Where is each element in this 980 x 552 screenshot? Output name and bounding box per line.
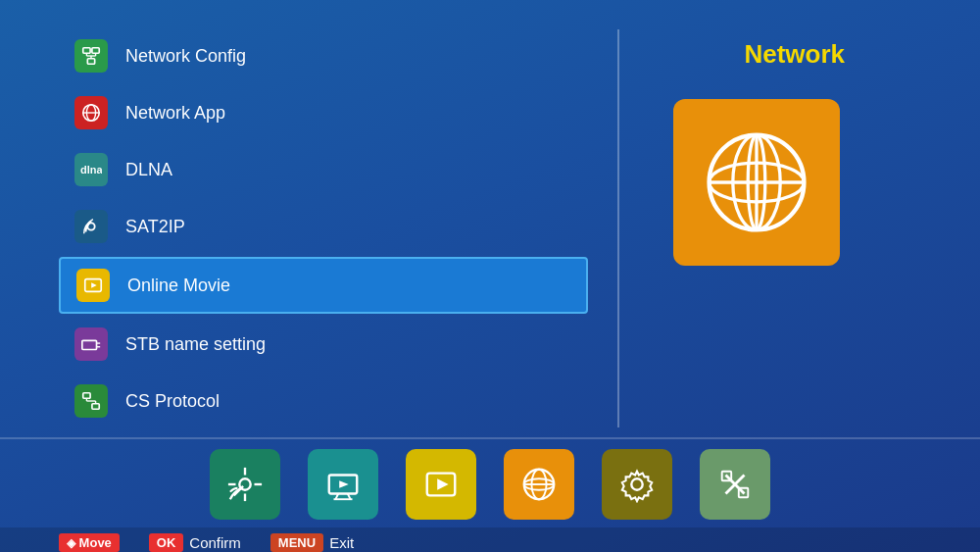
menu-label-online-movie: Online Movie <box>127 276 230 296</box>
exit-label: Exit <box>329 534 354 551</box>
nav-btn-media[interactable] <box>406 449 476 520</box>
nav-btn-tools[interactable] <box>700 449 770 520</box>
menu-section: Network ConfigNetwork AppdlnaDLNASAT2IPO… <box>59 29 588 427</box>
svg-rect-2 <box>87 59 94 65</box>
svg-rect-0 <box>83 48 90 54</box>
svg-marker-37 <box>339 480 349 488</box>
menu-label-network-app: Network App <box>125 103 225 124</box>
online-movie-icon <box>76 269 110 302</box>
right-section: Network <box>649 29 864 427</box>
exit-badge: MENU <box>270 533 323 552</box>
nav-btn-settings[interactable] <box>602 449 672 520</box>
menu-item-stb-name[interactable]: STB name setting <box>59 318 588 371</box>
menu-item-sat2ip[interactable]: SAT2IP <box>59 200 588 253</box>
content-area: Network ConfigNetwork AppdlnaDLNASAT2IPO… <box>0 0 980 437</box>
cs-protocol-icon <box>74 384 108 418</box>
menu-label-stb-name: STB name setting <box>125 334 266 355</box>
status-bar: ◈ Move OK Confirm MENU Exit <box>0 527 980 552</box>
menu-item-cs-protocol[interactable]: CS Protocol <box>59 375 588 427</box>
main-container: Network ConfigNetwork AppdlnaDLNASAT2IPO… <box>0 0 980 552</box>
nav-btn-tv[interactable] <box>308 449 378 520</box>
nav-btn-network-bottom[interactable] <box>504 449 574 520</box>
bottom-nav-icons <box>0 437 980 527</box>
svg-marker-39 <box>437 478 448 489</box>
svg-rect-17 <box>83 393 90 399</box>
menu-label-network-config: Network Config <box>125 46 246 67</box>
exit-status: MENU Exit <box>270 533 354 552</box>
menu-item-network-config[interactable]: Network Config <box>59 29 588 82</box>
move-badge: ◈ Move <box>59 533 120 552</box>
network-app-icon <box>74 96 108 129</box>
svg-rect-1 <box>92 48 99 54</box>
confirm-badge: OK <box>149 533 184 552</box>
feature-icon-large <box>673 99 840 266</box>
menu-item-dlna[interactable]: dlnaDLNA <box>59 143 588 196</box>
menu-item-online-movie[interactable]: Online Movie <box>59 257 588 314</box>
nav-btn-satellite[interactable] <box>210 449 280 520</box>
network-config-icon <box>74 39 108 73</box>
globe-icon <box>703 128 810 236</box>
sat2ip-icon <box>74 210 108 243</box>
menu-label-sat2ip: SAT2IP <box>125 217 185 237</box>
confirm-label: Confirm <box>189 534 241 551</box>
dlna-icon: dlna <box>74 153 108 186</box>
stb-icon <box>74 327 108 361</box>
svg-rect-14 <box>82 340 97 349</box>
divider <box>617 29 619 427</box>
move-status: ◈ Move <box>59 533 120 552</box>
svg-text:dlna: dlna <box>80 164 102 176</box>
menu-label-cs-protocol: CS Protocol <box>125 391 220 412</box>
svg-rect-18 <box>92 404 99 410</box>
section-title: Network <box>744 39 864 70</box>
svg-point-44 <box>631 478 642 489</box>
svg-marker-13 <box>91 282 97 288</box>
confirm-status: OK Confirm <box>149 533 241 552</box>
menu-label-dlna: DLNA <box>125 160 172 180</box>
menu-item-network-app[interactable]: Network App <box>59 86 588 139</box>
